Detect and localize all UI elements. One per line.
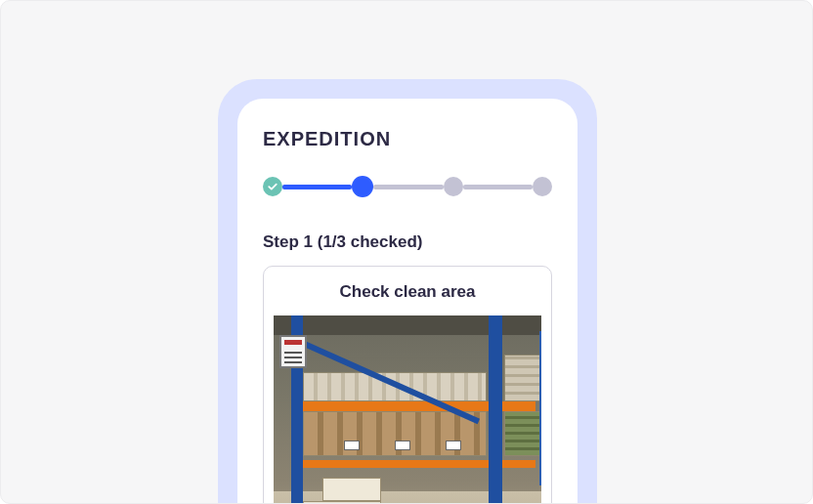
- phone-screen: EXPEDITION Step 1 (1/3 checked) Check cl…: [237, 99, 578, 504]
- page-title: EXPEDITION: [263, 128, 552, 150]
- progress-bar-3: [463, 185, 533, 189]
- progress-step-2-current[interactable]: [352, 176, 373, 197]
- progress-bar-1: [282, 185, 352, 189]
- check-icon: [267, 181, 278, 192]
- phone-frame: EXPEDITION Step 1 (1/3 checked) Check cl…: [218, 79, 597, 504]
- step-counter-label: Step 1 (1/3 checked): [263, 232, 552, 252]
- progress-step-4-upcoming[interactable]: [533, 177, 552, 196]
- task-card-image: [274, 315, 541, 504]
- task-card-title: Check clean area: [264, 267, 551, 315]
- task-card[interactable]: Check clean area: [263, 266, 552, 504]
- progress-bar-2: [373, 185, 443, 189]
- progress-stepper: [263, 176, 552, 197]
- stage: EXPEDITION Step 1 (1/3 checked) Check cl…: [0, 0, 813, 504]
- progress-step-3-upcoming[interactable]: [444, 177, 463, 196]
- progress-step-1-done[interactable]: [263, 177, 282, 196]
